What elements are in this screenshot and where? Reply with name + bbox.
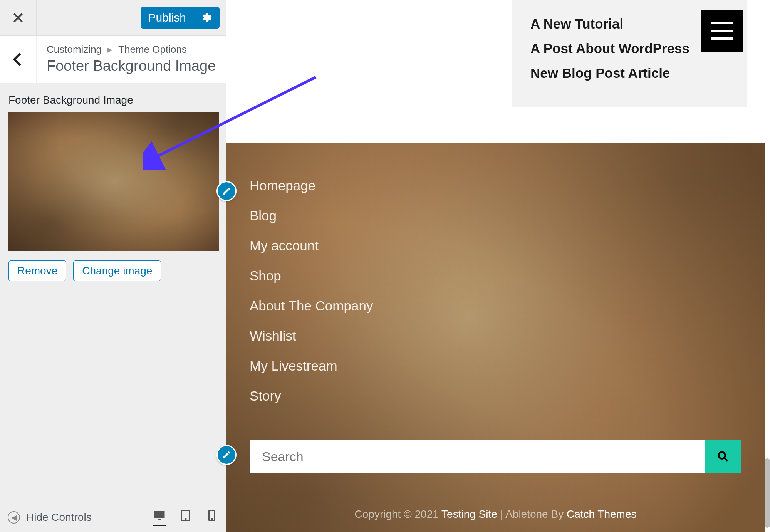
gear-icon bbox=[193, 12, 212, 23]
footer-nav-item[interactable]: Shop bbox=[250, 268, 741, 284]
publish-button[interactable]: Publish bbox=[141, 7, 220, 29]
controls-area: Footer Background Image Remove Change im… bbox=[0, 83, 226, 292]
recent-post-link[interactable]: New Blog Post Article bbox=[530, 65, 728, 81]
hide-controls-label: Hide Controls bbox=[26, 511, 92, 524]
search-button[interactable] bbox=[705, 440, 741, 473]
edit-shortcut-search[interactable] bbox=[216, 445, 237, 465]
top-bar: Publish bbox=[0, 0, 226, 36]
device-mobile-button[interactable] bbox=[205, 509, 219, 526]
hide-controls-button[interactable]: ◀ Hide Controls bbox=[8, 511, 92, 524]
breadcrumb: Customizing ▸ Theme Options bbox=[47, 44, 216, 55]
svg-point-1 bbox=[185, 518, 186, 519]
footer-nav-item[interactable]: Homepage bbox=[250, 178, 741, 193]
edit-shortcut-nav[interactable] bbox=[216, 181, 237, 201]
device-desktop-button[interactable] bbox=[153, 509, 166, 526]
copyright-prefix: Copyright © 2021 bbox=[355, 508, 442, 520]
customizer-sidebar: Publish Customizing ▸ Theme Options Foot… bbox=[0, 0, 226, 532]
pencil-icon bbox=[222, 186, 231, 196]
device-tablet-button[interactable] bbox=[179, 509, 193, 526]
pencil-icon bbox=[222, 450, 231, 460]
breadcrumb-root: Customizing bbox=[47, 44, 102, 55]
texture-image bbox=[8, 112, 219, 251]
sidebar-footer: ◀ Hide Controls bbox=[0, 502, 226, 532]
hamburger-icon bbox=[711, 22, 733, 40]
site-preview: A New Tutorial A Post About WordPress Ne… bbox=[226, 0, 770, 532]
remove-button[interactable]: Remove bbox=[8, 260, 66, 281]
breadcrumb-parent: Theme Options bbox=[118, 44, 187, 55]
footer-nav-item[interactable]: Story bbox=[250, 388, 741, 404]
recent-post-link[interactable]: A Post About WordPress bbox=[530, 41, 728, 56]
search-form bbox=[250, 440, 741, 473]
back-button[interactable] bbox=[0, 36, 37, 83]
chevron-left-circle-icon: ◀ bbox=[8, 511, 20, 524]
scrollbar-thumb[interactable] bbox=[765, 458, 770, 528]
search-input[interactable] bbox=[250, 440, 705, 473]
section-header: Customizing ▸ Theme Options Footer Backg… bbox=[0, 36, 226, 83]
footer-nav-item[interactable]: My account bbox=[250, 238, 741, 253]
hamburger-menu-button[interactable] bbox=[701, 10, 743, 52]
change-image-button[interactable]: Change image bbox=[73, 260, 161, 281]
publish-label: Publish bbox=[148, 11, 193, 24]
footer-area: Homepage Blog My account Shop About The … bbox=[226, 143, 765, 532]
device-toggles bbox=[153, 509, 219, 526]
svg-point-4 bbox=[719, 452, 725, 459]
control-label: Footer Background Image bbox=[8, 94, 218, 106]
svg-point-3 bbox=[211, 518, 212, 519]
footer-nav: Homepage Blog My account Shop About The … bbox=[250, 178, 741, 404]
close-button[interactable] bbox=[0, 0, 37, 35]
footer-nav-item[interactable]: Blog bbox=[250, 208, 741, 223]
close-icon bbox=[11, 11, 25, 25]
chevron-right-icon: ▸ bbox=[104, 44, 116, 55]
footer-nav-item[interactable]: Wishlist bbox=[250, 328, 741, 344]
copyright-site[interactable]: Testing Site bbox=[441, 508, 497, 520]
footer-nav-item[interactable]: My Livestream bbox=[250, 358, 741, 374]
image-preview[interactable] bbox=[8, 112, 219, 251]
copyright: Copyright © 2021 Testing Site | Abletone… bbox=[226, 508, 765, 520]
chevron-left-icon bbox=[9, 50, 27, 68]
copyright-mid: | Abletone By bbox=[497, 508, 567, 520]
search-icon bbox=[716, 450, 730, 463]
recent-post-link[interactable]: A New Tutorial bbox=[530, 16, 728, 32]
footer-nav-item[interactable]: About The Company bbox=[250, 298, 741, 314]
section-title: Footer Background Image bbox=[47, 58, 216, 74]
copyright-theme[interactable]: Catch Themes bbox=[567, 508, 637, 520]
